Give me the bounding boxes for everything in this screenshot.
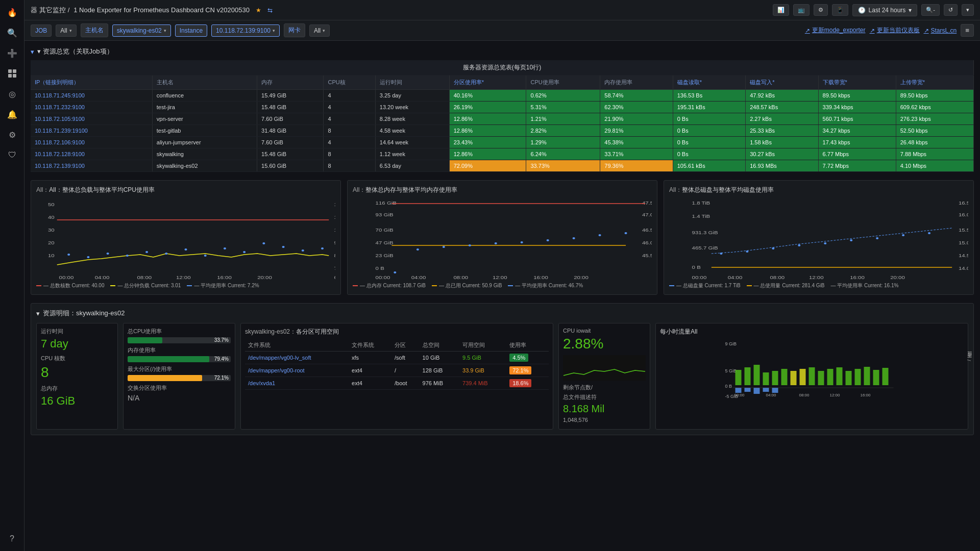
breadcrumb-prefix: 器 其它监控 <box>31 6 66 15</box>
sidebar-alerts-icon[interactable]: 🔔 <box>4 106 20 122</box>
disk-table-row: /dev/mapper/vg00-root ext4 / 128 GiB 33.… <box>245 364 549 377</box>
nic-dropdown[interactable]: All ▾ <box>309 24 330 37</box>
cell-cpu-usage: 2.82% <box>526 125 600 137</box>
auto-refresh-btn[interactable]: ▾ <box>962 4 974 16</box>
svg-point-30 <box>321 247 324 249</box>
cell-mem-usage: 58.74% <box>600 90 673 102</box>
disk-cell-fstype: ext4 <box>349 377 391 390</box>
svg-text:14.5%: 14.5% <box>959 253 968 258</box>
job-dropdown[interactable]: All ▾ <box>56 24 76 37</box>
cell-disk-usage: 72.09% <box>449 160 526 172</box>
svg-text:15.5%: 15.5% <box>959 228 968 233</box>
menu-btn[interactable]: ≡ <box>961 24 974 37</box>
disk-cell-fs[interactable]: /dev/xvda1 <box>245 377 349 390</box>
cell-hostname: test-gitlab <box>152 125 257 137</box>
disk-progress-fill <box>128 375 202 381</box>
svg-rect-105 <box>809 367 815 385</box>
svg-rect-115 <box>745 388 751 392</box>
table-title: 服务器资源总览表(每页10行) <box>31 60 974 76</box>
table-row: 10.118.72.139:9100 skywalking-es02 15.60… <box>31 160 974 172</box>
svg-rect-108 <box>837 367 843 385</box>
instance-arrow: ▾ <box>273 28 275 33</box>
star-icon[interactable]: ★ <box>256 7 261 14</box>
svg-text:47.0%: 47.0% <box>642 212 652 217</box>
settings-btn[interactable]: ⚙ <box>814 4 828 16</box>
disk-cell-mount: / <box>391 364 420 377</box>
time-range-picker[interactable]: 🕐 Last 24 hours ▾ <box>852 4 918 16</box>
svg-point-83 <box>850 239 852 241</box>
filter-right-actions: ↗更新mode_exporter ↗更新当前仪表板 ↗StarsL.cn ≡ <box>805 24 974 37</box>
svg-rect-112 <box>873 370 879 385</box>
detail-collapse-icon[interactable]: ▾ <box>36 310 40 317</box>
svg-text:16:00: 16:00 <box>861 393 871 397</box>
cell-ip[interactable]: 10.118.72.139:9100 <box>31 160 152 172</box>
cell-hostname: test-jira <box>152 102 257 113</box>
cell-disk-read: 0 Bs <box>673 113 745 125</box>
memory-chart-legend: — 总内存 Current: 108.7 GiB — 总已用 Current: … <box>353 282 652 289</box>
mobile-btn[interactable]: 📱 <box>832 4 848 16</box>
cell-dl-bw: 89.50 kbps <box>818 90 896 102</box>
cell-ip[interactable]: 10.118.72.128:9100 <box>31 148 152 160</box>
disk-cell-fs[interactable]: /dev/mapper/vg00-root <box>245 364 349 377</box>
cell-ip[interactable]: 10.118.71.239:19100 <box>31 125 152 137</box>
svg-text:465.7 GiB: 465.7 GiB <box>692 245 718 251</box>
panel-view-btn[interactable]: 📊 <box>773 4 789 16</box>
disk-table-panel: skywalking-es02：各分区可用空间 文件系统 文件系统 分区 总空间… <box>240 323 553 430</box>
cell-mem-usage: 21.90% <box>600 113 673 125</box>
sidebar-settings-icon[interactable]: ⚙ <box>4 127 20 143</box>
col-cpu: CPU核 <box>324 76 375 90</box>
svg-rect-101 <box>772 371 778 385</box>
sidebar-explore-icon[interactable]: ◎ <box>4 86 20 102</box>
svg-point-22 <box>165 253 167 255</box>
tv-btn[interactable]: 📺 <box>793 4 810 16</box>
disk-cell-usage: 72.1% <box>506 364 549 377</box>
disk-col-available: 可用空间 <box>459 339 506 352</box>
svg-text:47 GiB: 47 GiB <box>376 240 394 245</box>
sidebar-dashboards-icon[interactable] <box>4 65 20 82</box>
svg-point-56 <box>547 239 549 241</box>
svg-text:45.5%: 45.5% <box>642 253 652 258</box>
svg-point-78 <box>720 253 722 255</box>
cell-ip[interactable]: 10.118.72.106:9100 <box>31 137 152 148</box>
mem-progress-bar: 79.4% <box>128 356 231 362</box>
instance-dropdown[interactable]: 10.118.72.139:9100 ▾ <box>211 24 280 37</box>
update-exporter-btn[interactable]: ↗更新mode_exporter <box>805 24 866 37</box>
svg-point-86 <box>928 232 930 234</box>
svg-point-21 <box>145 251 148 253</box>
disk-cell-fs[interactable]: /dev/mapper/vg00-lv_soft <box>245 352 349 364</box>
refresh-btn[interactable]: ↺ <box>944 4 958 16</box>
collapse-icon[interactable]: ▾ <box>31 48 34 56</box>
info-panel: 运行时间 7 day CPU 核数 8 总内存 16 GiB <box>36 323 118 430</box>
sidebar-shield-icon[interactable]: 🛡 <box>4 147 20 163</box>
cell-cpu-usage: 5.31% <box>526 102 600 113</box>
svg-text:70 GiB: 70 GiB <box>376 228 394 233</box>
cell-disk-read: 136.53 Bs <box>673 90 745 102</box>
hostname-dropdown[interactable]: skywalking-es02 ▾ <box>112 24 171 37</box>
cell-cpu: 4 <box>324 102 375 113</box>
cell-cpu: 4 <box>324 113 375 125</box>
cell-disk-usage: 23.43% <box>449 137 526 148</box>
cell-dl-bw: 560.71 kbps <box>818 113 896 125</box>
svg-rect-107 <box>827 369 834 385</box>
cell-disk-write: 47.92 kBs <box>746 90 818 102</box>
sidebar-logo[interactable]: 🔥 <box>4 4 20 20</box>
resource-detail-header: ▾ 资源明细：skywalking-es02 <box>36 309 968 318</box>
memory-chart-title: All：整体总内存与整体平均内存使用率 <box>353 186 652 194</box>
update-dashboard-btn[interactable]: ↗更新当前仪表板 <box>870 24 920 37</box>
zoom-out-btn[interactable]: 🔍- <box>921 4 940 16</box>
cell-dl-bw: 34.27 kbps <box>818 125 896 137</box>
svg-text:20:00: 20:00 <box>574 275 589 280</box>
svg-point-59 <box>624 232 627 234</box>
share-icon[interactable]: ⇆ <box>267 7 273 14</box>
col-hostname: 主机名 <box>152 76 257 90</box>
cpu-progress-bar: 33.7% <box>128 337 231 343</box>
sidebar-search-icon[interactable]: 🔍 <box>4 24 20 41</box>
sidebar-add-icon[interactable]: ➕ <box>4 45 20 61</box>
stars-btn[interactable]: ↗StarsL.cn <box>924 24 957 37</box>
cell-ip[interactable]: 10.118.71.232:9100 <box>31 102 152 113</box>
disk-chart-area: 1.8 TiB 1.4 TiB 931.3 GiB 465.7 GiB 0 B … <box>669 198 968 280</box>
cell-ip[interactable]: 10.118.71.245:9100 <box>31 90 152 102</box>
svg-text:931.3 GiB: 931.3 GiB <box>692 230 718 235</box>
cell-disk-usage: 12.86% <box>449 125 526 137</box>
cell-ip[interactable]: 10.118.72.105:9100 <box>31 113 152 125</box>
